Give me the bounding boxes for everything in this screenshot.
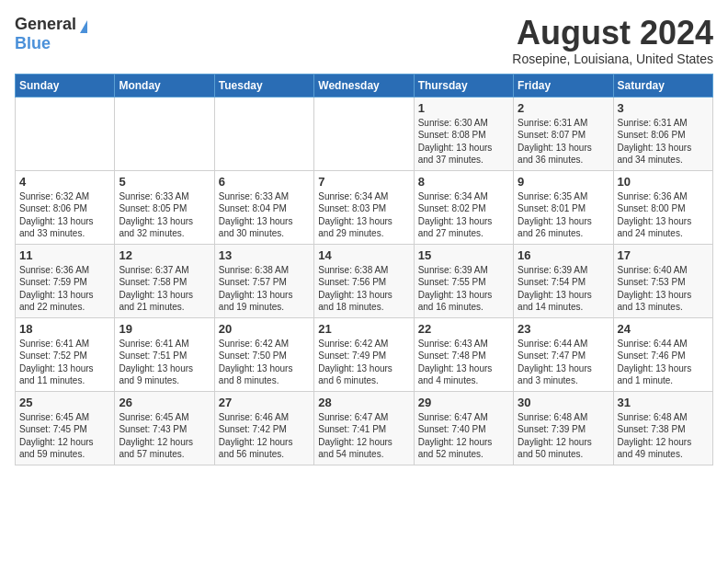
calendar-cell-5-5: 29Sunrise: 6:47 AM Sunset: 7:40 PM Dayli… bbox=[414, 391, 513, 465]
day-number: 16 bbox=[518, 248, 609, 262]
day-info: Sunrise: 6:44 AM Sunset: 7:46 PM Dayligh… bbox=[618, 338, 709, 387]
day-info: Sunrise: 6:43 AM Sunset: 7:48 PM Dayligh… bbox=[418, 338, 509, 387]
day-number: 11 bbox=[19, 248, 110, 262]
day-number: 18 bbox=[19, 322, 110, 336]
weekday-header-wednesday: Wednesday bbox=[314, 74, 414, 97]
day-info: Sunrise: 6:33 AM Sunset: 8:04 PM Dayligh… bbox=[219, 190, 310, 240]
calendar-cell-4-2: 19Sunrise: 6:41 AM Sunset: 7:51 PM Dayli… bbox=[115, 317, 214, 391]
day-info: Sunrise: 6:48 AM Sunset: 7:39 PM Dayligh… bbox=[518, 411, 609, 461]
day-info: Sunrise: 6:40 AM Sunset: 7:53 PM Dayligh… bbox=[618, 264, 709, 314]
weekday-header-tuesday: Tuesday bbox=[214, 74, 313, 97]
day-number: 26 bbox=[119, 396, 210, 409]
day-info: Sunrise: 6:46 AM Sunset: 7:42 PM Dayligh… bbox=[219, 411, 310, 461]
calendar-cell-3-6: 16Sunrise: 6:39 AM Sunset: 7:54 PM Dayli… bbox=[514, 244, 613, 317]
day-number: 13 bbox=[219, 248, 310, 262]
day-info: Sunrise: 6:31 AM Sunset: 8:07 PM Dayligh… bbox=[518, 117, 609, 167]
day-info: Sunrise: 6:38 AM Sunset: 7:57 PM Dayligh… bbox=[219, 264, 310, 314]
calendar-table: SundayMondayTuesdayWednesdayThursdayFrid… bbox=[15, 74, 713, 465]
day-info: Sunrise: 6:36 AM Sunset: 8:00 PM Dayligh… bbox=[618, 190, 709, 240]
day-number: 25 bbox=[19, 396, 110, 409]
day-info: Sunrise: 6:37 AM Sunset: 7:58 PM Dayligh… bbox=[119, 264, 210, 314]
title-block: August 2024 Rosepine, Louisiana, United … bbox=[512, 15, 713, 66]
day-number: 9 bbox=[518, 175, 609, 189]
weekday-header-thursday: Thursday bbox=[414, 74, 513, 97]
day-number: 27 bbox=[219, 396, 310, 409]
day-number: 19 bbox=[119, 322, 210, 336]
calendar-cell-1-7: 3Sunrise: 6:31 AM Sunset: 8:06 PM Daylig… bbox=[613, 97, 712, 170]
calendar-cell-5-6: 30Sunrise: 6:48 AM Sunset: 7:39 PM Dayli… bbox=[514, 391, 613, 465]
day-number: 23 bbox=[518, 322, 609, 336]
day-info: Sunrise: 6:34 AM Sunset: 8:03 PM Dayligh… bbox=[318, 190, 409, 240]
logo-triangle-icon bbox=[80, 20, 87, 33]
day-info: Sunrise: 6:31 AM Sunset: 8:06 PM Dayligh… bbox=[618, 117, 709, 167]
day-info: Sunrise: 6:42 AM Sunset: 7:49 PM Dayligh… bbox=[318, 338, 409, 387]
calendar-cell-4-1: 18Sunrise: 6:41 AM Sunset: 7:52 PM Dayli… bbox=[16, 317, 115, 391]
day-number: 1 bbox=[418, 101, 509, 115]
day-number: 5 bbox=[119, 175, 210, 189]
day-number: 2 bbox=[518, 101, 609, 115]
day-number: 17 bbox=[618, 248, 709, 262]
logo-general-text: General bbox=[15, 15, 76, 34]
day-number: 29 bbox=[418, 396, 509, 409]
day-info: Sunrise: 6:30 AM Sunset: 8:08 PM Dayligh… bbox=[418, 117, 509, 167]
day-number: 21 bbox=[318, 322, 409, 336]
day-number: 4 bbox=[19, 175, 110, 189]
day-info: Sunrise: 6:45 AM Sunset: 7:45 PM Dayligh… bbox=[19, 411, 110, 461]
day-number: 14 bbox=[318, 248, 409, 262]
day-info: Sunrise: 6:39 AM Sunset: 7:55 PM Dayligh… bbox=[418, 264, 509, 314]
day-number: 3 bbox=[618, 101, 709, 115]
weekday-header-monday: Monday bbox=[115, 74, 214, 97]
calendar-cell-3-4: 14Sunrise: 6:38 AM Sunset: 7:56 PM Dayli… bbox=[314, 244, 414, 317]
calendar-cell-3-2: 12Sunrise: 6:37 AM Sunset: 7:58 PM Dayli… bbox=[115, 244, 214, 317]
calendar-cell-3-5: 15Sunrise: 6:39 AM Sunset: 7:55 PM Dayli… bbox=[414, 244, 513, 317]
day-info: Sunrise: 6:41 AM Sunset: 7:52 PM Dayligh… bbox=[19, 338, 110, 387]
calendar-cell-4-7: 24Sunrise: 6:44 AM Sunset: 7:46 PM Dayli… bbox=[613, 317, 712, 391]
calendar-cell-5-1: 25Sunrise: 6:45 AM Sunset: 7:45 PM Dayli… bbox=[16, 391, 115, 465]
day-info: Sunrise: 6:35 AM Sunset: 8:01 PM Dayligh… bbox=[518, 190, 609, 240]
day-info: Sunrise: 6:39 AM Sunset: 7:54 PM Dayligh… bbox=[518, 264, 609, 314]
calendar-cell-1-5: 1Sunrise: 6:30 AM Sunset: 8:08 PM Daylig… bbox=[414, 97, 513, 170]
calendar-cell-1-4 bbox=[314, 97, 414, 170]
calendar-cell-4-4: 21Sunrise: 6:42 AM Sunset: 7:49 PM Dayli… bbox=[314, 317, 414, 391]
day-info: Sunrise: 6:41 AM Sunset: 7:51 PM Dayligh… bbox=[119, 338, 210, 387]
calendar-cell-5-2: 26Sunrise: 6:45 AM Sunset: 7:43 PM Dayli… bbox=[115, 391, 214, 465]
day-number: 20 bbox=[219, 322, 310, 336]
weekday-header-friday: Friday bbox=[514, 74, 613, 97]
weekday-header-saturday: Saturday bbox=[613, 74, 712, 97]
day-number: 10 bbox=[618, 175, 709, 189]
page-header: General Blue August 2024 Rosepine, Louis… bbox=[15, 15, 713, 66]
calendar-cell-2-6: 9Sunrise: 6:35 AM Sunset: 8:01 PM Daylig… bbox=[514, 170, 613, 244]
calendar-cell-4-6: 23Sunrise: 6:44 AM Sunset: 7:47 PM Dayli… bbox=[514, 317, 613, 391]
calendar-cell-2-4: 7Sunrise: 6:34 AM Sunset: 8:03 PM Daylig… bbox=[314, 170, 414, 244]
day-number: 12 bbox=[119, 248, 210, 262]
day-number: 31 bbox=[618, 396, 709, 409]
calendar-cell-4-3: 20Sunrise: 6:42 AM Sunset: 7:50 PM Dayli… bbox=[214, 317, 313, 391]
calendar-cell-4-5: 22Sunrise: 6:43 AM Sunset: 7:48 PM Dayli… bbox=[414, 317, 513, 391]
calendar-cell-2-7: 10Sunrise: 6:36 AM Sunset: 8:00 PM Dayli… bbox=[613, 170, 712, 244]
calendar-cell-2-1: 4Sunrise: 6:32 AM Sunset: 8:06 PM Daylig… bbox=[16, 170, 115, 244]
day-number: 6 bbox=[219, 175, 310, 189]
day-info: Sunrise: 6:33 AM Sunset: 8:05 PM Dayligh… bbox=[119, 190, 210, 240]
day-number: 22 bbox=[418, 322, 509, 336]
calendar-cell-2-3: 6Sunrise: 6:33 AM Sunset: 8:04 PM Daylig… bbox=[214, 170, 313, 244]
day-info: Sunrise: 6:44 AM Sunset: 7:47 PM Dayligh… bbox=[518, 338, 609, 387]
day-number: 24 bbox=[618, 322, 709, 336]
day-info: Sunrise: 6:48 AM Sunset: 7:38 PM Dayligh… bbox=[618, 411, 709, 461]
calendar-cell-5-7: 31Sunrise: 6:48 AM Sunset: 7:38 PM Dayli… bbox=[613, 391, 712, 465]
day-number: 15 bbox=[418, 248, 509, 262]
day-number: 8 bbox=[418, 175, 509, 189]
day-number: 30 bbox=[518, 396, 609, 409]
day-info: Sunrise: 6:42 AM Sunset: 7:50 PM Dayligh… bbox=[219, 338, 310, 387]
weekday-header-sunday: Sunday bbox=[16, 74, 115, 97]
calendar-cell-5-3: 27Sunrise: 6:46 AM Sunset: 7:42 PM Dayli… bbox=[214, 391, 313, 465]
day-info: Sunrise: 6:45 AM Sunset: 7:43 PM Dayligh… bbox=[119, 411, 210, 461]
day-info: Sunrise: 6:34 AM Sunset: 8:02 PM Dayligh… bbox=[418, 190, 509, 240]
calendar-cell-1-1 bbox=[16, 97, 115, 170]
day-info: Sunrise: 6:47 AM Sunset: 7:40 PM Dayligh… bbox=[418, 411, 509, 461]
calendar-cell-1-2 bbox=[115, 97, 214, 170]
calendar-cell-2-5: 8Sunrise: 6:34 AM Sunset: 8:02 PM Daylig… bbox=[414, 170, 513, 244]
logo-blue-text: Blue bbox=[15, 34, 51, 53]
location-subtitle: Rosepine, Louisiana, United States bbox=[512, 52, 713, 66]
calendar-cell-1-6: 2Sunrise: 6:31 AM Sunset: 8:07 PM Daylig… bbox=[514, 97, 613, 170]
calendar-cell-2-2: 5Sunrise: 6:33 AM Sunset: 8:05 PM Daylig… bbox=[115, 170, 214, 244]
